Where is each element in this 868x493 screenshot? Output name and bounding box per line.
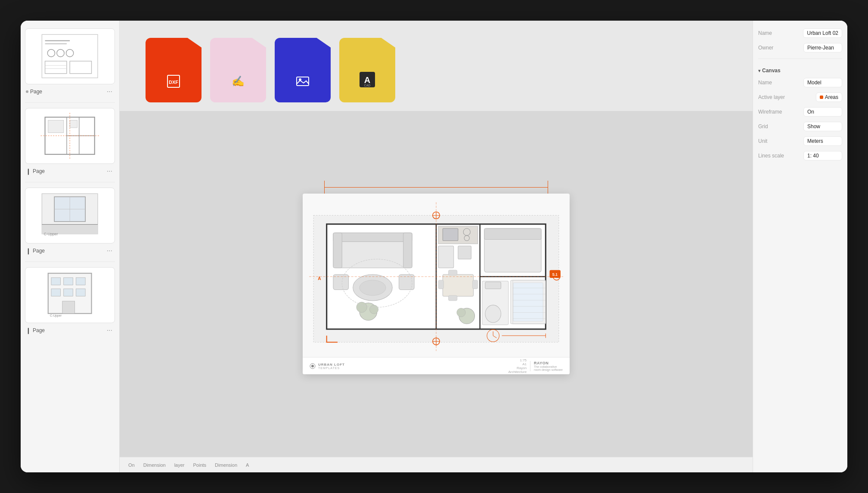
- brand-left: URBAN LOFT TEMPLATES: [310, 363, 345, 370]
- page-label-4: ❙ Page: [26, 327, 45, 334]
- svg-text:C-Upper: C-Upper: [50, 314, 62, 317]
- svg-rect-73: [484, 228, 541, 239]
- footer-item-dimension2: Dimension: [215, 462, 237, 468]
- name-label: Name: [758, 30, 793, 36]
- canvas-name-value: Model: [803, 78, 842, 87]
- svg-rect-48: [333, 233, 412, 241]
- page-text-1: Page: [30, 89, 42, 95]
- svg-text:✍: ✍: [232, 75, 245, 87]
- page-label-row-4: ❙ Page ···: [25, 325, 115, 336]
- pdf-sign-icon-symbol: ✍: [230, 74, 246, 92]
- svg-point-105: [311, 365, 314, 367]
- page-label-row-1: Page ···: [25, 86, 115, 97]
- lines-scale-label: Lines scale: [758, 153, 793, 159]
- canvas-section-title: Canvas: [758, 68, 842, 74]
- divider-1: [25, 102, 115, 103]
- svg-rect-26: [51, 278, 61, 285]
- svg-rect-69: [472, 280, 477, 289]
- grid-value[interactable]: Show: [803, 122, 842, 131]
- owner-label: Owner: [758, 45, 793, 51]
- page-thumbnail-2[interactable]: [25, 108, 115, 164]
- active-layer-value: Areas: [825, 94, 838, 100]
- panel-row-wireframe: Wireframe On: [758, 106, 842, 117]
- image-icon-symbol: [295, 74, 310, 92]
- divider-3: [25, 262, 115, 262]
- page-dot-1: [26, 90, 28, 93]
- lines-scale-value[interactable]: 1: 40: [803, 151, 842, 160]
- svg-text:DXF: DXF: [169, 80, 178, 85]
- file-icon-dxf[interactable]: DXF: [146, 38, 202, 102]
- dim-top-line: [324, 187, 548, 188]
- right-panel: Name Urban Loft 02 Owner Pierre-Jean Can…: [753, 21, 847, 472]
- svg-rect-50: [403, 233, 412, 268]
- page-label-row-2: ❙ Page ···: [25, 166, 115, 177]
- panel-row-name: Name Urban Loft 02: [758, 28, 842, 39]
- panel-row-unit: Unit Meters: [758, 136, 842, 147]
- canvas-wrapper: A S.1 A: [303, 194, 570, 374]
- canvas-area[interactable]: A S.1 A: [120, 111, 753, 457]
- svg-point-4: [57, 49, 64, 57]
- active-layer-badge[interactable]: Areas: [816, 92, 842, 102]
- svg-rect-60: [443, 228, 458, 240]
- left-sidebar: Page ···: [21, 21, 120, 472]
- page-thumbnail-1[interactable]: [25, 28, 115, 84]
- file-icon-pdf-sign[interactable]: ✍: [210, 38, 266, 102]
- sidebar-page-2: ❙ Page ···: [21, 105, 119, 180]
- footer-item-a: A: [246, 462, 249, 468]
- svg-rect-32: [62, 301, 75, 314]
- panel-row-canvas-name: Name Model: [758, 77, 842, 88]
- svg-rect-6: [45, 62, 67, 74]
- page-menu-btn-1[interactable]: ···: [105, 87, 114, 96]
- panel-row-grid: Grid Show: [758, 121, 842, 132]
- unit-value[interactable]: Meters: [803, 136, 842, 146]
- page-menu-btn-2[interactable]: ···: [105, 166, 114, 176]
- panel-row-lines-scale: Lines scale 1: 40: [758, 150, 842, 161]
- svg-point-5: [66, 49, 74, 57]
- wireframe-toggle[interactable]: On: [803, 107, 842, 117]
- app-window: Page ···: [21, 21, 847, 472]
- grid-label: Grid: [758, 123, 793, 129]
- brand-name: URBAN LOFT: [318, 363, 345, 367]
- svg-text:A: A: [318, 276, 321, 281]
- footer-bar: On Dimension layer Points Dimension A: [120, 457, 753, 472]
- footer-item-on: On: [128, 462, 135, 468]
- sidebar-page-3: C-Upper ❙ Page ···: [21, 184, 119, 260]
- file-icon-cad[interactable]: A CAD: [339, 38, 395, 102]
- brand-right: 1:75 A1 Rayon Architecture RAYON The col…: [508, 358, 563, 374]
- svg-rect-65: [443, 274, 473, 296]
- page-thumbnail-4[interactable]: C-Upper: [25, 267, 115, 323]
- page-menu-btn-4[interactable]: ···: [105, 326, 114, 335]
- canvas-paper: A S.1 A: [303, 194, 570, 374]
- active-layer-label: Active layer: [758, 94, 793, 100]
- layer-color-dot: [820, 96, 823, 99]
- page-menu-btn-3[interactable]: ···: [105, 246, 114, 256]
- name-value: Urban Loft 02: [803, 28, 842, 38]
- svg-rect-27: [64, 278, 73, 285]
- main-content: DXF ✍: [120, 21, 753, 472]
- sidebar-page-4: C-Upper ❙ Page ···: [21, 264, 119, 339]
- svg-rect-63: [438, 246, 454, 268]
- sidebar-page-1: Page ···: [21, 25, 119, 101]
- svg-rect-66: [448, 270, 457, 275]
- page-thumbnail-3[interactable]: C-Upper: [25, 188, 115, 243]
- svg-rect-78: [513, 283, 543, 321]
- svg-rect-7: [70, 62, 91, 74]
- svg-rect-76: [485, 282, 501, 289]
- brand-sub: TEMPLATES: [318, 367, 345, 370]
- unit-label: Unit: [758, 138, 793, 144]
- svg-rect-29: [51, 289, 61, 296]
- panel-divider-1: [758, 59, 842, 59]
- svg-text:C-Upper: C-Upper: [44, 232, 58, 236]
- dxf-icon-symbol: DXF: [166, 74, 181, 92]
- page-label-row-3: ❙ Page ···: [25, 245, 115, 256]
- svg-rect-58: [360, 280, 386, 296]
- canvas-name-label: Name: [758, 80, 793, 86]
- svg-point-75: [485, 305, 501, 323]
- panel-row-owner: Owner Pierre-Jean: [758, 42, 842, 53]
- svg-rect-15: [70, 120, 77, 128]
- file-icon-image[interactable]: [275, 38, 331, 102]
- page-text-3: Page: [33, 248, 45, 254]
- page-text-2: Page: [33, 168, 45, 174]
- footer-item-points: Points: [193, 462, 207, 468]
- svg-text:S.1: S.1: [552, 273, 558, 277]
